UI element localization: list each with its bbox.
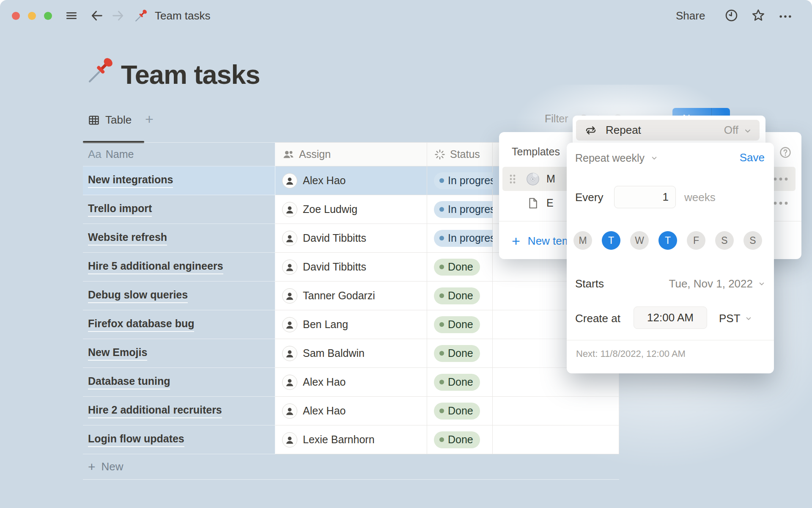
table-row[interactable]: Hire 2 additional recruiters Alex Hao Do…: [83, 397, 619, 425]
repeat-popup-divider: [567, 340, 774, 340]
task-name-cell[interactable]: Hire 5 additional engineers: [83, 253, 275, 282]
task-assign-cell[interactable]: David Tibbitts: [275, 253, 427, 282]
weekday-toggle[interactable]: T: [602, 231, 620, 250]
create-at-label: Create at: [575, 312, 620, 325]
task-status-cell[interactable]: In progress: [427, 166, 493, 195]
task-status-cell[interactable]: Done: [427, 253, 493, 282]
tab-table[interactable]: Table: [88, 113, 132, 127]
weekday-toggle[interactable]: F: [687, 231, 705, 250]
weekday-toggle[interactable]: M: [573, 231, 592, 250]
task-name-link[interactable]: Hire 2 additional recruiters: [88, 404, 222, 418]
task-status-cell[interactable]: Done: [427, 282, 493, 310]
assignee-name: Zoe Ludwig: [303, 203, 357, 215]
task-status-cell[interactable]: Done: [427, 310, 493, 339]
sidebar-menu-icon[interactable]: [64, 8, 79, 23]
task-assign-cell[interactable]: Sam Baldwin: [275, 339, 427, 368]
add-row-button[interactable]: + New: [83, 454, 619, 480]
task-name-link[interactable]: Login flow updates: [88, 433, 184, 447]
task-assign-cell[interactable]: Alex Hao: [275, 368, 427, 397]
task-name-link[interactable]: New Emojis: [88, 346, 147, 361]
repeat-frequency-dropdown[interactable]: Repeat weekly: [575, 152, 659, 164]
task-extra-cell[interactable]: [493, 425, 619, 454]
task-status-cell[interactable]: Done: [427, 397, 493, 425]
task-status-cell[interactable]: In progress: [427, 195, 493, 224]
task-status-cell[interactable]: Done: [427, 368, 493, 397]
table-row[interactable]: Login flow updates Lexie Barnhorn Done: [83, 425, 619, 454]
status-badge: Done: [434, 403, 480, 420]
drag-handle-icon[interactable]: [508, 172, 518, 186]
task-name-link[interactable]: Firefox database bug: [88, 318, 194, 332]
task-status-cell[interactable]: Done: [427, 425, 493, 454]
table-row[interactable]: New Emojis Sam Baldwin Done: [83, 339, 619, 368]
more-options-icon[interactable]: [778, 9, 793, 24]
task-name-cell[interactable]: Login flow updates: [83, 425, 275, 454]
task-name-cell[interactable]: Database tuning: [83, 368, 275, 397]
task-assign-cell[interactable]: Alex Hao: [275, 166, 427, 195]
task-status-cell[interactable]: In progress: [427, 224, 493, 253]
task-assign-cell[interactable]: Alex Hao: [275, 397, 427, 425]
column-header-name[interactable]: Aa Name: [83, 142, 275, 166]
status-label: Done: [448, 261, 473, 273]
share-button[interactable]: Share: [676, 9, 705, 22]
task-status-cell[interactable]: Done: [427, 339, 493, 368]
breadcrumb-pin-icon: [134, 8, 149, 23]
weekday-toggle[interactable]: T: [658, 231, 677, 250]
column-header-label: Status: [450, 148, 480, 160]
back-arrow-icon[interactable]: [90, 8, 104, 23]
status-badge: Done: [434, 287, 480, 304]
task-name-cell[interactable]: Trello import: [83, 195, 275, 224]
repeat-settings-popup: Repeat weekly Save Every 1 weeks M T W T…: [567, 143, 774, 373]
task-assign-cell[interactable]: Lexie Barnhorn: [275, 425, 427, 454]
task-assign-cell[interactable]: David Tibbitts: [275, 224, 427, 253]
starts-date-dropdown[interactable]: Tue, Nov 1, 2022: [669, 277, 767, 290]
task-name-cell[interactable]: Firefox database bug: [83, 310, 275, 339]
filter-button[interactable]: Filter: [545, 113, 568, 125]
page-icon-pin[interactable]: [86, 54, 116, 85]
table-row[interactable]: Debug slow queries Tanner Godarzi Done: [83, 282, 619, 310]
weekday-toggle[interactable]: S: [743, 231, 762, 250]
table-row[interactable]: Firefox database bug Ben Lang Done: [83, 310, 619, 339]
favorite-star-icon[interactable]: [751, 8, 765, 22]
task-assign-cell[interactable]: Zoe Ludwig: [275, 195, 427, 224]
chevron-down-icon: [757, 281, 766, 287]
task-name-cell[interactable]: New integrations: [83, 166, 275, 195]
task-extra-cell[interactable]: [493, 397, 619, 425]
text-property-icon: Aa: [88, 148, 102, 161]
task-name-link[interactable]: Hire 5 additional engineers: [88, 260, 223, 274]
breadcrumb[interactable]: Team tasks: [155, 9, 211, 22]
task-name-link[interactable]: Website refresh: [88, 231, 167, 246]
zoom-window-button[interactable]: [44, 12, 52, 20]
create-time-input[interactable]: 12:00 AM: [634, 306, 707, 329]
repeat-menu-item[interactable]: Repeat Off: [576, 120, 760, 141]
minimize-window-button[interactable]: [28, 12, 36, 20]
column-header-assign[interactable]: Assign: [275, 142, 427, 166]
column-header-status[interactable]: Status: [427, 142, 493, 166]
add-view-button[interactable]: +: [145, 111, 154, 127]
forward-arrow-icon[interactable]: [111, 8, 125, 23]
timezone-dropdown[interactable]: PST: [719, 312, 753, 325]
task-name-cell[interactable]: Website refresh: [83, 224, 275, 253]
status-dot-icon: [439, 322, 444, 327]
cd-icon: [525, 172, 540, 186]
task-assign-cell[interactable]: Tanner Godarzi: [275, 282, 427, 310]
chevron-down-icon: [744, 315, 753, 322]
task-name-cell[interactable]: Hire 2 additional recruiters: [83, 397, 275, 425]
help-icon[interactable]: [779, 146, 792, 159]
task-name-link[interactable]: Trello import: [88, 202, 152, 217]
weekday-toggle[interactable]: W: [630, 231, 649, 250]
task-name-link[interactable]: Database tuning: [88, 375, 170, 389]
table-row[interactable]: Database tuning Alex Hao Done: [83, 368, 619, 397]
weekday-toggle[interactable]: S: [715, 231, 734, 250]
avatar: [282, 260, 297, 275]
task-name-link[interactable]: New integrations: [88, 174, 173, 188]
close-window-button[interactable]: [12, 12, 20, 20]
every-value-input[interactable]: 1: [614, 186, 676, 208]
task-name-cell[interactable]: Debug slow queries: [83, 282, 275, 310]
task-name-link[interactable]: Debug slow queries: [88, 289, 188, 303]
page-title: Team tasks: [121, 59, 260, 90]
assignee-name: David Tibbitts: [303, 232, 366, 244]
task-assign-cell[interactable]: Ben Lang: [275, 310, 427, 339]
updates-clock-icon[interactable]: [724, 8, 738, 22]
task-name-cell[interactable]: New Emojis: [83, 339, 275, 368]
save-button[interactable]: Save: [740, 151, 765, 164]
